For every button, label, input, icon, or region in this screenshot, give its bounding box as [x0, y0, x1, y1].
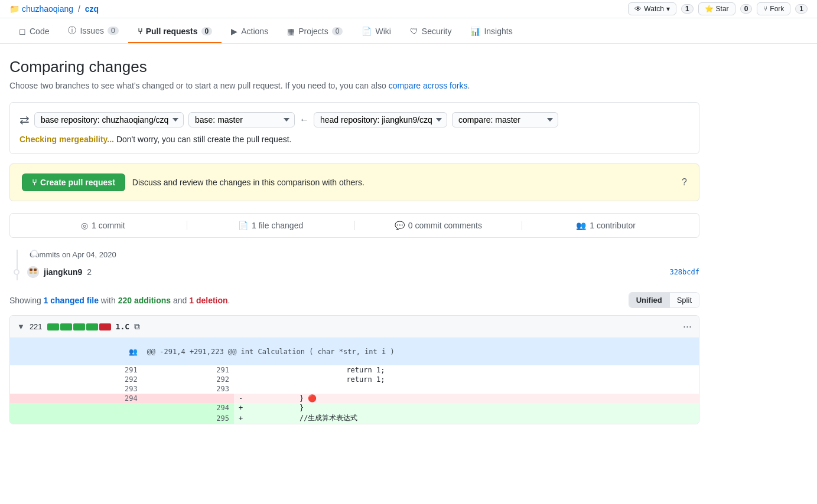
- main-content: Comparing changes Choose two branches to…: [0, 44, 709, 438]
- tab-security-label: Security: [422, 27, 452, 36]
- compare-icon: ⇄: [19, 113, 30, 127]
- commit-author[interactable]: jiangkun9: [44, 267, 82, 277]
- commits-section: Commits on Apr 04, 2020 jiangkun9 2 328b…: [9, 250, 699, 280]
- line-num-old-del: 294: [10, 394, 142, 403]
- wiki-icon: 📄: [362, 27, 372, 36]
- fork-icon: ⑂: [763, 5, 767, 13]
- projects-icon: ▦: [287, 27, 295, 36]
- commits-count: 1 commit: [92, 221, 125, 230]
- issues-icon: ⓘ: [68, 25, 76, 36]
- commits-date-label: Commits on Apr 04, 2020: [30, 250, 116, 259]
- line-code: [234, 365, 291, 375]
- table-row: 294 + }: [10, 403, 699, 413]
- expand-icon[interactable]: 👥: [10, 338, 142, 365]
- commit-icon: ◎: [81, 221, 88, 230]
- fork-button[interactable]: ⑂ Fork: [757, 2, 790, 15]
- tab-security[interactable]: 🛡 Security: [401, 19, 461, 43]
- line-num-new: 292: [142, 375, 234, 384]
- tab-code-label: Code: [30, 27, 49, 36]
- compare-box: ⇄ base repository: chuzhaoqiang/czq base…: [9, 102, 699, 154]
- diff-header: ▼ 221 1.C ⧉ ···: [10, 316, 699, 338]
- files-header: Showing 1 changed file with 220 addition…: [9, 292, 699, 308]
- base-repo-select[interactable]: base repository: chuzhaoqiang/czq: [34, 112, 184, 127]
- diff-hunk-label: @@ -291,4 +291,223 @@ int Calculation ( …: [142, 338, 699, 365]
- line-num-new-add: 294: [142, 403, 234, 413]
- diff-hunk-expand: 👥 @@ -291,4 +291,223 @@ int Calculation …: [10, 338, 699, 365]
- tab-insights[interactable]: 📊 Insights: [461, 19, 522, 43]
- code-icon: ◻: [19, 27, 26, 36]
- table-row: 293 293: [10, 384, 699, 394]
- checking-detail: Don't worry, you can still create the pu…: [116, 135, 292, 144]
- tab-projects[interactable]: ▦ Projects 0: [278, 19, 352, 43]
- deletions-count: 1 deletion: [189, 296, 227, 305]
- base-branch-select[interactable]: base: master: [188, 112, 295, 127]
- line-content: return 1;: [291, 365, 699, 375]
- stats-row: ◎ 1 commit 📄 1 file changed 💬 0 commit c…: [9, 213, 699, 238]
- tab-wiki[interactable]: 📄 Wiki: [352, 19, 400, 43]
- table-row: 291 291 return 1;: [10, 365, 699, 375]
- line-code: [234, 384, 291, 394]
- tab-wiki-label: Wiki: [375, 27, 390, 36]
- projects-count: 0: [332, 27, 343, 35]
- repo-name-link[interactable]: czq: [85, 4, 99, 14]
- line-content: return 1;: [291, 375, 699, 384]
- line-content-del: } 🔴: [291, 394, 699, 403]
- nav-tabs: ◻ Code ⓘ Issues 0 ⑂ Pull requests 0 ▶ Ac…: [0, 18, 817, 44]
- star-icon: ⭐: [705, 5, 714, 13]
- star-button[interactable]: ⭐ Star: [698, 2, 735, 15]
- tab-projects-label: Projects: [298, 27, 328, 36]
- tab-issues-label: Issues: [80, 26, 103, 35]
- pr-description: Discuss and review the changes in this c…: [132, 178, 364, 187]
- table-row: 295 + //生成算术表达式: [10, 413, 699, 424]
- line-num-new: 291: [142, 365, 234, 375]
- diff-more-button[interactable]: ···: [683, 320, 692, 333]
- tab-code[interactable]: ◻ Code: [9, 19, 58, 43]
- repo-separator: /: [78, 4, 80, 14]
- contributors-stat: 👥 1 contributor: [522, 221, 689, 230]
- eye-icon: 👁: [634, 5, 642, 13]
- pr-icon: ⑂: [32, 178, 37, 187]
- repo-owner-link[interactable]: chuzhaoqiang: [22, 4, 73, 14]
- commits-stat: ◎ 1 commit: [19, 221, 187, 230]
- diff-bar-add-4: [86, 323, 98, 330]
- head-repo-select[interactable]: head repository: jiangkun9/czq: [314, 112, 447, 127]
- help-icon[interactable]: ?: [682, 177, 687, 188]
- diff-filename: 1.C: [116, 322, 129, 331]
- commit-row: jiangkun9 2 328bcdf: [27, 264, 699, 280]
- unified-view-button[interactable]: Unified: [629, 293, 670, 307]
- page-title: Comparing changes: [9, 58, 699, 76]
- split-view-button[interactable]: Split: [670, 293, 699, 307]
- checking-message: Checking mergeability... Don't worry, yo…: [19, 135, 689, 144]
- stats-middle: with: [101, 296, 116, 305]
- additions-count: 220 additions: [118, 296, 171, 305]
- changed-file-link[interactable]: 1 changed file: [44, 296, 99, 305]
- compare-branch-select[interactable]: compare: master: [452, 112, 558, 127]
- insights-icon: 📊: [470, 27, 480, 36]
- copy-icon[interactable]: ⧉: [134, 322, 140, 332]
- top-actions: 👁 Watch ▾ 1 ⭐ Star 0 ⑂ Fork 1: [628, 2, 808, 15]
- avatar: [27, 266, 39, 278]
- comments-count: 0 commit comments: [408, 221, 482, 230]
- file-icon: 📁: [9, 4, 19, 14]
- tab-pull-requests[interactable]: ⑂ Pull requests 0: [128, 19, 222, 43]
- create-pr-label: Create pull request: [40, 178, 115, 187]
- compare-forks-link[interactable]: compare across forks: [389, 81, 468, 90]
- watch-button[interactable]: 👁 Watch ▾: [628, 2, 676, 15]
- line-content-add: }: [291, 403, 699, 413]
- tab-issues[interactable]: ⓘ Issues 0: [58, 18, 128, 43]
- line-code-add2: +: [234, 413, 291, 424]
- top-bar: 📁 chuzhaoqiang / czq 👁 Watch ▾ 1 ⭐ Star …: [0, 0, 817, 18]
- fork-count: 1: [795, 4, 808, 14]
- diff-toggle-button[interactable]: ▼: [17, 322, 25, 331]
- diff-bar-del-1: [99, 323, 111, 330]
- line-code: [234, 375, 291, 384]
- create-pr-left: ⑂ Create pull request Discuss and review…: [22, 174, 364, 191]
- commit-hash-link[interactable]: 328bcdf: [669, 268, 699, 276]
- tab-actions[interactable]: ▶ Actions: [222, 19, 278, 43]
- line-num-old: 291: [10, 365, 142, 375]
- create-pull-request-button[interactable]: ⑂ Create pull request: [22, 174, 125, 191]
- contributors-count: 1 contributor: [590, 221, 636, 230]
- comment-icon: 💬: [395, 221, 405, 230]
- timeline-dot: [31, 250, 38, 257]
- line-num-new-del: [142, 394, 234, 403]
